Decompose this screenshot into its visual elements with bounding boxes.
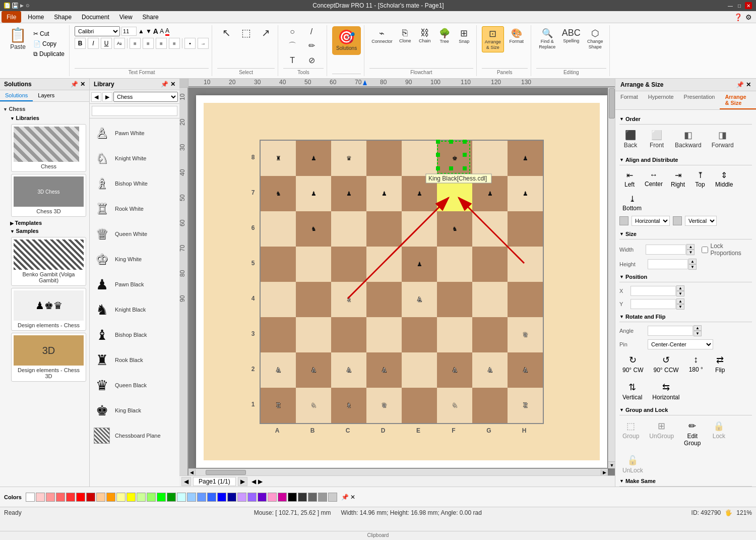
cell-r6-c0[interactable]: ♙: [261, 352, 296, 388]
color-swatch[interactable]: [247, 493, 257, 502]
help-icon[interactable]: ❓: [734, 13, 742, 21]
select-tool-btn[interactable]: ↖: [217, 26, 235, 40]
canvas-scroll-area[interactable]: 8 7 6 5 4 3 2 1 ♜♟♛♚♟♞♟♟♟♟♟♟: [188, 88, 615, 475]
lib-item-knight-white[interactable]: ♘ Knight White: [92, 146, 177, 171]
connector-btn[interactable]: ⌁ Connector: [369, 26, 395, 45]
spelling-btn[interactable]: ABC Spelling: [560, 26, 583, 51]
color-swatch[interactable]: [36, 493, 45, 502]
color-swatch-red[interactable]: [76, 493, 85, 502]
font-color-btn[interactable]: A: [165, 27, 169, 36]
cell-r2-c5[interactable]: ♞: [437, 211, 472, 247]
underline-btn[interactable]: U: [101, 38, 112, 49]
cell-r2-c6[interactable]: [472, 211, 508, 247]
align-section-header[interactable]: Align and Distribute: [619, 155, 752, 165]
cell-r7-c1[interactable]: ♘: [296, 388, 331, 423]
tab-arrange-size[interactable]: Arrange & Size: [720, 91, 756, 109]
menu-view[interactable]: View: [114, 11, 138, 23]
vscroll-thumb[interactable]: [609, 88, 615, 118]
cell-r6-c1[interactable]: ♙: [296, 352, 331, 388]
format-btn[interactable]: 🎨 Format: [506, 26, 528, 52]
cell-r4-c1[interactable]: [296, 282, 331, 317]
arrange-size-btn[interactable]: ⊡ Arrange & Size: [482, 26, 504, 52]
color-swatch[interactable]: [298, 493, 307, 502]
align-top-btn[interactable]: ⤒ Top: [690, 168, 710, 190]
cell-r3-c7[interactable]: [508, 247, 543, 282]
align-right-btn[interactable]: ⇥ Right: [668, 168, 688, 190]
cell-r7-c0[interactable]: ♖: [261, 388, 296, 423]
align-left-text-btn[interactable]: ≡: [130, 38, 141, 49]
edit-group-btn[interactable]: ✏ Edit Group: [681, 418, 704, 449]
cell-r1-c0[interactable]: ♞: [261, 176, 296, 211]
find-replace-btn[interactable]: 🔍 Find & Replace: [536, 26, 558, 51]
cell-r4-c2[interactable]: ♗: [331, 282, 366, 317]
cell-r4-c4[interactable]: ♙: [402, 282, 437, 317]
angle-input[interactable]: 0.00 rad: [648, 326, 693, 336]
cell-r7-c7[interactable]: ♖: [508, 388, 543, 423]
cell-r3-c4[interactable]: ♟: [402, 247, 437, 282]
templates-subcategory[interactable]: Templates: [6, 219, 87, 227]
cell-r4-c5[interactable]: [437, 282, 472, 317]
cell-r6-c6[interactable]: ♙: [472, 352, 508, 388]
cell-r0-c7[interactable]: ♟: [508, 141, 543, 176]
color-swatch[interactable]: [227, 493, 236, 502]
cell-r6-c5[interactable]: ♙: [437, 352, 472, 388]
colors-close-icon[interactable]: ✕: [350, 494, 355, 501]
library-close-btn[interactable]: ✕: [170, 81, 175, 88]
page-canvas[interactable]: 8 7 6 5 4 3 2 1 ♜♟♛♚♟♞♟♟♟♟♟♟: [196, 95, 607, 468]
color-swatch[interactable]: [147, 493, 156, 502]
cell-r4-c7[interactable]: [508, 282, 543, 317]
width-input[interactable]: 15.0 mm: [646, 245, 686, 255]
chain-btn[interactable]: ⛓ Chain: [416, 26, 434, 45]
copy-button[interactable]: 📄 Copy: [32, 39, 66, 48]
x-spin-down[interactable]: ▼: [676, 291, 684, 296]
align-left-btn[interactable]: ⇤ Left: [619, 168, 640, 190]
cell-r6-c3[interactable]: ♙: [366, 352, 402, 388]
color-swatch[interactable]: [96, 493, 105, 502]
color-swatch[interactable]: [167, 493, 176, 502]
font-size-up[interactable]: ▲: [138, 28, 144, 35]
cell-r3-c6[interactable]: [472, 247, 508, 282]
lock-btn[interactable]: 🔒 Lock: [708, 418, 730, 449]
cell-r6-c2[interactable]: ♙: [331, 352, 366, 388]
cell-r4-c6[interactable]: [472, 282, 508, 317]
design-chess3d-thumb[interactable]: 3D Design elements - Chess 3D: [11, 333, 86, 382]
color-swatch[interactable]: [328, 493, 337, 502]
chess3d-library-thumb[interactable]: 3D Chess Chess 3D: [11, 174, 86, 217]
minimize-btn[interactable]: —: [727, 2, 734, 9]
color-swatch-blue[interactable]: [217, 493, 226, 502]
color-swatch[interactable]: [187, 493, 196, 502]
lib-item-king-white[interactable]: ♔ King White: [92, 247, 177, 272]
lib-item-rook-black[interactable]: ♜ Rook Black: [92, 347, 177, 373]
width-spin-up[interactable]: ▲: [686, 244, 695, 250]
cell-r5-c5[interactable]: [437, 317, 472, 352]
solutions-btn[interactable]: 🎯 Solutions: [332, 26, 361, 55]
size-section-header[interactable]: Size: [619, 229, 752, 239]
color-swatch[interactable]: [278, 493, 287, 502]
cell-r1-c1[interactable]: ♟: [296, 176, 331, 211]
color-swatch[interactable]: [177, 493, 186, 502]
lib-back-btn[interactable]: ◀: [91, 92, 101, 102]
forward-order-btn[interactable]: ◨ Forward: [709, 128, 737, 151]
order-section-header[interactable]: Order: [619, 114, 752, 125]
benko-thumb[interactable]: Benko Gambit (Volga Gambit): [11, 237, 86, 286]
cell-r7-c5[interactable]: ♘: [437, 388, 472, 423]
lib-item-queen-white[interactable]: ♕ Queen White: [92, 221, 177, 247]
library-selector[interactable]: Chess: [113, 92, 178, 102]
font-size-input[interactable]: [121, 27, 137, 36]
group-section-header[interactable]: Group and Lock: [619, 405, 752, 415]
menu-home[interactable]: Home: [23, 11, 49, 23]
menu-share[interactable]: Share: [138, 11, 164, 23]
font-family-select[interactable]: Calibri: [75, 26, 120, 36]
cell-r3-c5[interactable]: [437, 247, 472, 282]
duplicate-button[interactable]: ⧉ Duplicate: [32, 49, 66, 58]
cell-r5-c1[interactable]: [296, 317, 331, 352]
color-swatch[interactable]: [66, 493, 75, 502]
cell-r7-c2[interactable]: ♗: [331, 388, 366, 423]
color-swatch-white[interactable]: [26, 493, 35, 502]
tab-format[interactable]: Format: [615, 91, 643, 109]
horizontal-align-select[interactable]: Horizontal: [632, 216, 670, 226]
flip-vertical-btn[interactable]: ⇅ Vertical: [619, 380, 645, 403]
back-order-btn[interactable]: ⬛ Back: [619, 128, 642, 151]
cell-r0-c4[interactable]: [402, 141, 437, 176]
cell-r6-c7[interactable]: ♙: [508, 352, 543, 388]
